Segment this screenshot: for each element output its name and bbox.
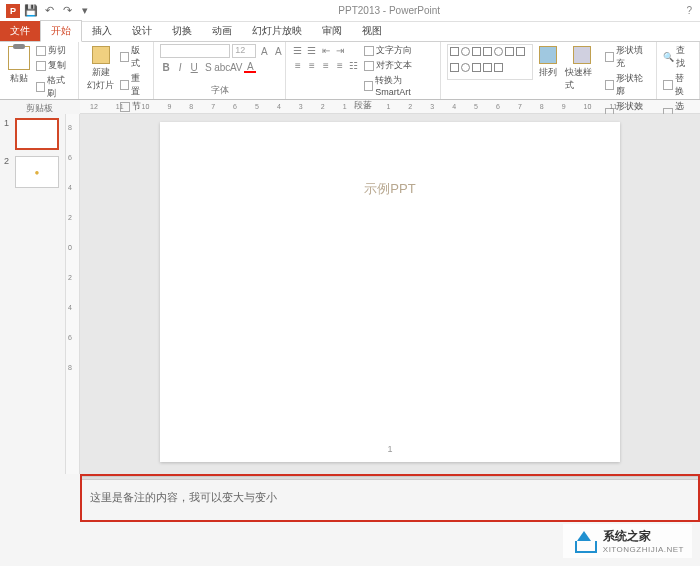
tab-slideshow[interactable]: 幻灯片放映: [242, 21, 312, 41]
notes-text-area[interactable]: 这里是备注的内容，我可以变大与变小: [82, 480, 698, 515]
slide-thumbnail-2[interactable]: [15, 156, 59, 188]
powerpoint-icon: P: [6, 4, 20, 18]
numbering-button[interactable]: ☰: [306, 44, 318, 56]
ribbon: 粘贴 剪切 复制 格式刷 剪贴板 新建 幻灯片 版式 重置 节 幻灯片: [0, 42, 700, 100]
reset-icon: [120, 80, 129, 90]
shape-icon: [505, 47, 514, 56]
increase-font-icon[interactable]: A: [258, 45, 270, 57]
slide-canvas-area[interactable]: 示例PPT 1: [80, 114, 700, 474]
tab-animation[interactable]: 动画: [202, 21, 242, 41]
justify-button[interactable]: ≡: [334, 59, 346, 71]
align-center-button[interactable]: ≡: [306, 59, 318, 71]
shape-icon: [494, 47, 503, 56]
watermark-cn: 系统之家: [603, 528, 684, 545]
arrange-button[interactable]: 排列: [537, 44, 559, 81]
copy-button[interactable]: 复制: [36, 59, 72, 72]
save-icon[interactable]: 💾: [24, 4, 38, 18]
watermark-house-icon: [571, 529, 597, 553]
reset-button[interactable]: 重置: [120, 72, 147, 98]
tab-review[interactable]: 审阅: [312, 21, 352, 41]
format-painter-button[interactable]: 格式刷: [36, 74, 72, 100]
align-right-button[interactable]: ≡: [320, 59, 332, 71]
group-drawing: 排列 快速样式 形状填充 形状轮廓 形状效果 绘图: [441, 42, 657, 99]
window-title: PPT2013 - PowerPoint: [92, 5, 686, 16]
group-paragraph: ☰ ☰ ⇤ ⇥ ≡ ≡ ≡ ≡ ☷ 文字方向 对齐文本 转换为 SmartArt: [286, 42, 442, 99]
find-button[interactable]: 🔍查找: [663, 44, 693, 70]
ribbon-tabs: 文件 开始 插入 设计 切换 动画 幻灯片放映 审阅 视图: [0, 22, 700, 42]
tab-insert[interactable]: 插入: [82, 21, 122, 41]
spacing-button[interactable]: AV: [230, 61, 242, 73]
shape-icon: [472, 63, 481, 72]
fill-icon: [605, 52, 615, 62]
font-family-combo[interactable]: [160, 44, 230, 58]
slide-title-text[interactable]: 示例PPT: [160, 180, 620, 198]
quick-styles-icon: [573, 46, 591, 64]
new-slide-button[interactable]: 新建 幻灯片: [85, 44, 116, 94]
bold-button[interactable]: B: [160, 61, 172, 73]
shape-rect-icon: [450, 47, 459, 56]
quick-access-toolbar: P 💾 ↶ ↷ ▾: [0, 4, 92, 18]
italic-button[interactable]: I: [174, 61, 186, 73]
shadow-button[interactable]: abc: [216, 61, 228, 73]
tab-file[interactable]: 文件: [0, 21, 40, 41]
strike-button[interactable]: S: [202, 61, 214, 73]
notes-pane-highlighted: 这里是备注的内容，我可以变大与变小: [80, 474, 700, 522]
paste-button[interactable]: 粘贴: [6, 44, 32, 87]
slide-page-number: 1: [160, 444, 620, 454]
group-font: 12 A A B I U S abc AV A 字体: [154, 42, 286, 99]
group-font-label: 字体: [160, 82, 279, 97]
slide-thumbnail-1[interactable]: [15, 118, 59, 150]
shape-outline-button[interactable]: 形状轮廓: [605, 72, 650, 98]
shape-icon: [450, 63, 459, 72]
font-color-button[interactable]: A: [244, 61, 256, 73]
bullets-button[interactable]: ☰: [292, 44, 304, 56]
thumb-number: 2: [4, 156, 12, 188]
watermark-en: XITONGZHIJIA.NET: [603, 545, 684, 554]
workspace: 1 2 864202468 示例PPT 1: [0, 114, 700, 474]
outline-icon: [605, 80, 615, 90]
text-direction-button[interactable]: 文字方向: [364, 44, 435, 57]
help-icon[interactable]: ?: [686, 5, 692, 16]
format-painter-icon: [36, 82, 45, 92]
indent-inc-button[interactable]: ⇥: [334, 44, 346, 56]
replace-icon: [663, 80, 673, 90]
smartart-button[interactable]: 转换为 SmartArt: [364, 74, 435, 97]
shape-fill-button[interactable]: 形状填充: [605, 44, 650, 70]
quick-styles-button[interactable]: 快速样式: [563, 44, 601, 94]
vertical-ruler: 864202468: [66, 114, 80, 474]
layout-button[interactable]: 版式: [120, 44, 147, 70]
slide-thumbnail-panel: 1 2: [0, 114, 66, 474]
slide[interactable]: 示例PPT 1: [160, 122, 620, 462]
align-text-button[interactable]: 对齐文本: [364, 59, 435, 72]
group-clipboard-label: 剪贴板: [6, 100, 72, 115]
watermark: 系统之家 XITONGZHIJIA.NET: [563, 524, 692, 558]
smartart-icon: [364, 81, 373, 91]
thumb-number: 1: [4, 118, 12, 150]
tab-home[interactable]: 开始: [40, 20, 82, 42]
layout-icon: [120, 52, 129, 62]
decrease-font-icon[interactable]: A: [272, 45, 284, 57]
tab-view[interactable]: 视图: [352, 21, 392, 41]
find-icon: 🔍: [663, 52, 674, 62]
font-size-combo[interactable]: 12: [232, 44, 256, 58]
replace-button[interactable]: 替换: [663, 72, 693, 98]
columns-button[interactable]: ☷: [348, 59, 360, 71]
new-slide-icon: [92, 46, 110, 64]
tab-transition[interactable]: 切换: [162, 21, 202, 41]
arrange-icon: [539, 46, 557, 64]
tab-design[interactable]: 设计: [122, 21, 162, 41]
shape-icon: [461, 63, 470, 72]
undo-icon[interactable]: ↶: [42, 4, 56, 18]
shapes-gallery[interactable]: [447, 44, 532, 80]
qat-dropdown-icon[interactable]: ▾: [78, 4, 92, 18]
indent-dec-button[interactable]: ⇤: [320, 44, 332, 56]
underline-button[interactable]: U: [188, 61, 200, 73]
redo-icon[interactable]: ↷: [60, 4, 74, 18]
align-left-button[interactable]: ≡: [292, 59, 304, 71]
shape-icon: [516, 47, 525, 56]
shape-icon: [472, 47, 481, 56]
cut-button[interactable]: 剪切: [36, 44, 72, 57]
shape-oval-icon: [461, 47, 470, 56]
paste-icon: [8, 46, 30, 70]
shape-icon: [483, 47, 492, 56]
